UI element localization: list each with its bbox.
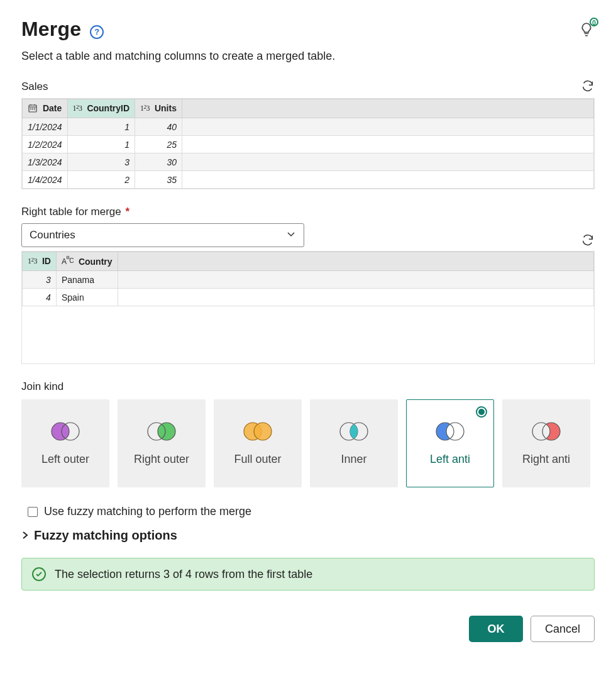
col-date[interactable]: Date <box>23 99 68 118</box>
left-table[interactable]: Date 123 CountryID 123 Units 1/1/2024 <box>21 98 595 189</box>
chevron-right-icon <box>21 528 29 543</box>
table-row[interactable]: 1/4/2024 2 35 <box>23 171 594 189</box>
right-table-select[interactable]: Countries <box>21 223 304 247</box>
required-asterisk: * <box>125 206 129 218</box>
venn-inner-icon <box>335 419 373 444</box>
table-row[interactable]: 4 Spain <box>23 289 594 306</box>
fuzzy-checkbox[interactable]: Use fuzzy matching to perform the merge <box>28 505 595 518</box>
venn-full-outer-icon <box>239 419 277 444</box>
join-right-outer[interactable]: Right outer <box>118 399 206 487</box>
col-units[interactable]: 123 Units <box>135 99 182 118</box>
table-row[interactable]: 1/3/2024 3 30 <box>23 153 594 171</box>
right-table-label: Right table for merge <box>21 206 121 218</box>
selected-radio-icon <box>476 406 487 418</box>
calendar-icon <box>28 103 38 113</box>
success-check-icon <box>32 567 46 581</box>
help-icon[interactable]: ? <box>90 25 104 39</box>
col-countryid[interactable]: 123 CountryID <box>67 99 135 118</box>
status-banner: The selection returns 3 of 4 rows from t… <box>21 558 595 591</box>
join-left-outer[interactable]: Left outer <box>21 399 109 487</box>
table-row[interactable]: 1/2/2024 1 25 <box>23 136 594 153</box>
text-type-icon: ABC <box>62 257 74 266</box>
checkbox-icon <box>28 507 38 517</box>
ideas-badge: 0 <box>590 18 598 26</box>
svg-point-6 <box>254 423 272 440</box>
cancel-button[interactable]: Cancel <box>531 616 595 642</box>
number-type-icon: 123 <box>28 257 37 266</box>
refresh-icon[interactable] <box>581 79 595 93</box>
join-inner[interactable]: Inner <box>310 399 398 487</box>
right-table[interactable]: 123 ID ABC Country 3 Panama 4 <box>21 251 595 364</box>
status-message: The selection returns 3 of 4 rows from t… <box>55 568 312 581</box>
table-header-row: Date 123 CountryID 123 Units <box>23 99 594 118</box>
left-table-label: Sales <box>21 80 48 93</box>
ok-button[interactable]: OK <box>469 616 523 642</box>
chevron-down-icon <box>286 229 296 242</box>
number-type-icon: 123 <box>73 104 82 113</box>
svg-point-1 <box>52 423 69 440</box>
join-kind-group: Left outer Right outer Full outer <box>21 399 595 487</box>
page-title: Merge <box>21 18 81 41</box>
table-row[interactable]: 3 Panama <box>23 271 594 289</box>
join-kind-label: Join kind <box>21 380 595 393</box>
number-type-icon: 123 <box>140 104 150 113</box>
venn-right-outer-icon <box>143 419 180 444</box>
table-row[interactable]: 1/1/2024 1 40 <box>23 118 594 136</box>
ideas-icon[interactable]: 0 <box>578 21 595 38</box>
venn-left-anti-icon <box>431 419 469 444</box>
join-full-outer[interactable]: Full outer <box>214 399 302 487</box>
join-right-anti[interactable]: Right anti <box>502 399 590 487</box>
table-header-row: 123 ID ABC Country <box>23 252 594 271</box>
venn-left-outer-icon <box>47 419 84 444</box>
col-id[interactable]: 123 ID <box>23 252 57 271</box>
venn-right-anti-icon <box>527 419 565 444</box>
join-left-anti[interactable]: Left anti <box>406 399 494 487</box>
page-subtitle: Select a table and matching columns to c… <box>21 50 595 63</box>
refresh-icon[interactable] <box>581 233 595 247</box>
fuzzy-options-toggle[interactable]: Fuzzy matching options <box>21 528 595 543</box>
col-country[interactable]: ABC Country <box>56 252 118 271</box>
svg-point-3 <box>158 423 175 440</box>
